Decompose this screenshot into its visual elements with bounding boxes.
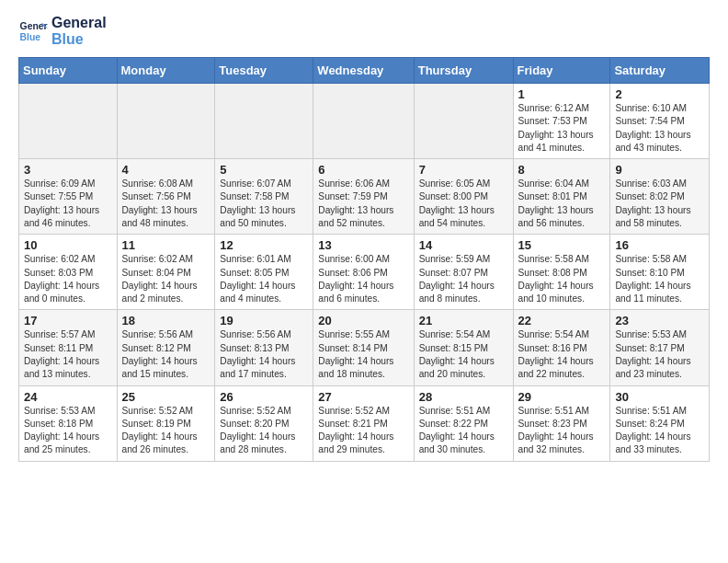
daylight-hours-value: and 2 minutes.: [122, 293, 210, 305]
sunrise-info: Sunrise: 6:10 AM: [615, 102, 704, 115]
sunset-info: Sunset: 7:58 PM: [220, 190, 308, 203]
calendar-day-14: 14Sunrise: 5:59 AMSunset: 8:07 PMDayligh…: [414, 235, 513, 310]
day-number: 8: [518, 163, 606, 177]
calendar-day-19: 19Sunrise: 5:56 AMSunset: 8:13 PMDayligh…: [215, 310, 313, 385]
sunrise-info: Sunrise: 6:03 AM: [615, 178, 704, 190]
svg-text:General: General: [20, 21, 48, 31]
weekday-header-sunday: Sunday: [19, 58, 118, 84]
calendar-day-13: 13Sunrise: 6:00 AMSunset: 8:06 PMDayligh…: [313, 235, 414, 310]
daylight-hours-value: and 58 minutes.: [615, 217, 704, 230]
calendar-day-30: 30Sunrise: 5:51 AMSunset: 8:24 PMDayligh…: [610, 385, 710, 461]
sunset-info: Sunset: 8:04 PM: [122, 267, 210, 280]
calendar-week-row: 24Sunrise: 5:53 AMSunset: 8:18 PMDayligh…: [19, 385, 710, 461]
daylight-hours-value: and 10 minutes.: [518, 293, 606, 305]
daylight-hours-label: Daylight: 14 hours: [24, 431, 112, 443]
daylight-hours-label: Daylight: 14 hours: [419, 280, 508, 293]
sunset-info: Sunset: 8:12 PM: [122, 342, 210, 355]
sunset-info: Sunset: 8:20 PM: [220, 418, 308, 431]
calendar-day-7: 7Sunrise: 6:05 AMSunset: 8:00 PMDaylight…: [414, 159, 513, 235]
sunset-info: Sunset: 8:18 PM: [24, 418, 112, 431]
sunset-info: Sunset: 8:19 PM: [122, 418, 210, 431]
daylight-hours-label: Daylight: 14 hours: [518, 280, 606, 293]
daylight-hours-value: and 15 minutes.: [122, 368, 210, 381]
daylight-hours-label: Daylight: 14 hours: [220, 431, 308, 443]
sunrise-info: Sunrise: 6:08 AM: [122, 178, 210, 190]
sunrise-info: Sunrise: 5:56 AM: [220, 328, 308, 341]
calendar-empty-cell: [313, 84, 414, 159]
daylight-hours-label: Daylight: 14 hours: [122, 355, 210, 368]
day-number: 13: [318, 238, 408, 252]
day-number: 15: [518, 238, 606, 252]
calendar-day-6: 6Sunrise: 6:06 AMSunset: 7:59 PMDaylight…: [313, 159, 414, 235]
day-number: 26: [220, 390, 308, 404]
weekday-header-friday: Friday: [513, 58, 610, 84]
calendar-day-23: 23Sunrise: 5:53 AMSunset: 8:17 PMDayligh…: [610, 310, 710, 385]
daylight-hours-value: and 46 minutes.: [24, 217, 112, 230]
sunset-info: Sunset: 8:06 PM: [318, 267, 408, 280]
day-number: 6: [318, 163, 408, 177]
weekday-header-thursday: Thursday: [414, 58, 513, 84]
daylight-hours-label: Daylight: 13 hours: [419, 204, 508, 217]
daylight-hours-value: and 8 minutes.: [419, 293, 508, 305]
sunset-info: Sunset: 8:23 PM: [518, 418, 606, 431]
day-number: 25: [122, 390, 210, 404]
sunset-info: Sunset: 8:22 PM: [419, 418, 508, 431]
sunrise-info: Sunrise: 5:58 AM: [615, 253, 704, 266]
day-number: 9: [615, 163, 704, 177]
calendar-day-16: 16Sunrise: 5:58 AMSunset: 8:10 PMDayligh…: [610, 235, 710, 310]
daylight-hours-label: Daylight: 13 hours: [220, 204, 308, 217]
sunset-info: Sunset: 8:07 PM: [419, 267, 508, 280]
sunrise-info: Sunrise: 5:54 AM: [518, 328, 606, 341]
sunset-info: Sunset: 8:17 PM: [615, 342, 704, 355]
day-number: 20: [318, 314, 408, 327]
calendar-day-11: 11Sunrise: 6:02 AMSunset: 8:04 PMDayligh…: [117, 235, 215, 310]
sunset-info: Sunset: 8:24 PM: [615, 418, 704, 431]
day-number: 2: [615, 87, 704, 101]
daylight-hours-value: and 29 minutes.: [318, 443, 408, 456]
header: General Blue General Blue: [18, 15, 710, 48]
sunrise-info: Sunrise: 5:52 AM: [318, 405, 408, 418]
daylight-hours-label: Daylight: 14 hours: [615, 431, 704, 443]
calendar-day-20: 20Sunrise: 5:55 AMSunset: 8:14 PMDayligh…: [313, 310, 414, 385]
calendar-day-12: 12Sunrise: 6:01 AMSunset: 8:05 PMDayligh…: [215, 235, 313, 310]
day-number: 14: [419, 238, 508, 252]
daylight-hours-value: and 11 minutes.: [615, 293, 704, 305]
sunset-info: Sunset: 8:01 PM: [518, 190, 606, 203]
day-number: 12: [220, 238, 308, 252]
daylight-hours-value: and 56 minutes.: [518, 217, 606, 230]
daylight-hours-label: Daylight: 14 hours: [419, 355, 508, 368]
sunrise-info: Sunrise: 5:51 AM: [615, 405, 704, 418]
daylight-hours-value: and 28 minutes.: [220, 443, 308, 456]
calendar-day-17: 17Sunrise: 5:57 AMSunset: 8:11 PMDayligh…: [19, 310, 118, 385]
daylight-hours-value: and 4 minutes.: [220, 293, 308, 305]
calendar-empty-cell: [414, 84, 513, 159]
calendar-day-24: 24Sunrise: 5:53 AMSunset: 8:18 PMDayligh…: [19, 385, 118, 461]
day-number: 7: [419, 163, 508, 177]
daylight-hours-value: and 18 minutes.: [318, 368, 408, 381]
calendar-week-row: 3Sunrise: 6:09 AMSunset: 7:55 PMDaylight…: [19, 159, 710, 235]
sunrise-info: Sunrise: 6:04 AM: [518, 178, 606, 190]
daylight-hours-label: Daylight: 14 hours: [419, 431, 508, 443]
sunset-info: Sunset: 8:13 PM: [220, 342, 308, 355]
calendar-day-28: 28Sunrise: 5:51 AMSunset: 8:22 PMDayligh…: [414, 385, 513, 461]
sunrise-info: Sunrise: 6:07 AM: [220, 178, 308, 190]
sunrise-info: Sunrise: 5:53 AM: [24, 405, 112, 418]
daylight-hours-label: Daylight: 14 hours: [518, 355, 606, 368]
calendar-day-26: 26Sunrise: 5:52 AMSunset: 8:20 PMDayligh…: [215, 385, 313, 461]
calendar-day-29: 29Sunrise: 5:51 AMSunset: 8:23 PMDayligh…: [513, 385, 610, 461]
sunset-info: Sunset: 7:59 PM: [318, 190, 408, 203]
daylight-hours-label: Daylight: 14 hours: [24, 355, 112, 368]
sunrise-info: Sunrise: 6:12 AM: [518, 102, 606, 115]
calendar-day-1: 1Sunrise: 6:12 AMSunset: 7:53 PMDaylight…: [513, 84, 610, 159]
day-number: 16: [615, 238, 704, 252]
day-number: 1: [518, 87, 606, 101]
calendar-empty-cell: [117, 84, 215, 159]
sunset-info: Sunset: 8:15 PM: [419, 342, 508, 355]
calendar-day-2: 2Sunrise: 6:10 AMSunset: 7:54 PMDaylight…: [610, 84, 710, 159]
day-number: 18: [122, 314, 210, 327]
svg-text:Blue: Blue: [20, 32, 41, 42]
day-number: 22: [518, 314, 606, 327]
calendar-day-18: 18Sunrise: 5:56 AMSunset: 8:12 PMDayligh…: [117, 310, 215, 385]
daylight-hours-label: Daylight: 13 hours: [122, 204, 210, 217]
sunset-info: Sunset: 7:53 PM: [518, 115, 606, 128]
